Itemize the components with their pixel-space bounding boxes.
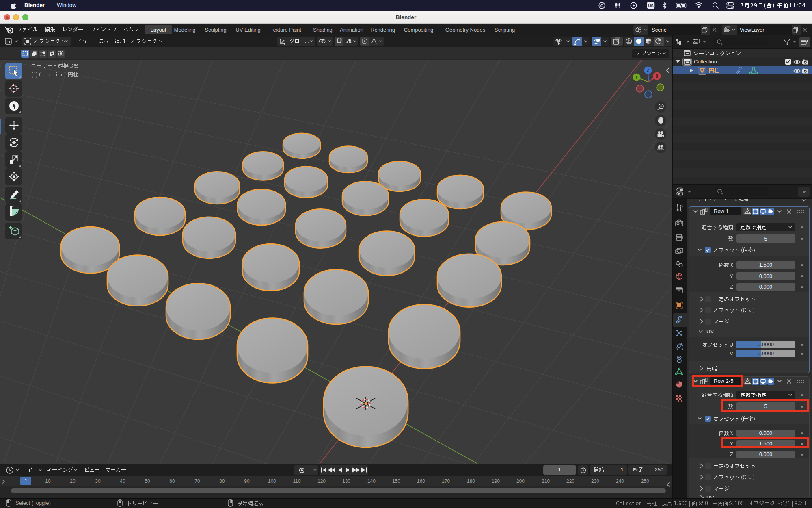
svg-text:110: 110 <box>293 478 300 484</box>
svg-text:220: 220 <box>566 478 574 484</box>
svg-text:120: 120 <box>317 478 326 484</box>
svg-text:30: 30 <box>95 478 101 484</box>
svg-text:90: 90 <box>244 478 250 484</box>
svg-text:US: US <box>648 3 653 8</box>
svg-text:230: 230 <box>591 478 599 484</box>
svg-text:180: 180 <box>467 478 475 484</box>
svg-text:190: 190 <box>492 478 500 484</box>
svg-text:100: 100 <box>268 478 276 484</box>
svg-text:20: 20 <box>70 478 76 484</box>
svg-text:240: 240 <box>616 478 624 484</box>
svg-text:Z: Z <box>647 68 649 73</box>
svg-text:X: X <box>656 74 659 78</box>
svg-text:160: 160 <box>417 478 425 484</box>
svg-text:130: 130 <box>342 478 350 484</box>
svg-text:50: 50 <box>145 478 150 484</box>
svg-text:40: 40 <box>120 478 125 484</box>
svg-text:80: 80 <box>219 478 225 484</box>
svg-text:170: 170 <box>442 478 450 484</box>
svg-text:210: 210 <box>542 478 550 484</box>
svg-text:250: 250 <box>641 478 649 484</box>
svg-text:70: 70 <box>194 478 200 484</box>
svg-text:10: 10 <box>45 478 51 484</box>
svg-text:150: 150 <box>392 478 400 484</box>
svg-text:140: 140 <box>367 478 376 484</box>
svg-text:Y: Y <box>635 75 638 80</box>
svg-text:G: G <box>600 3 603 8</box>
svg-text:200: 200 <box>516 478 525 484</box>
svg-text:60: 60 <box>169 478 175 484</box>
